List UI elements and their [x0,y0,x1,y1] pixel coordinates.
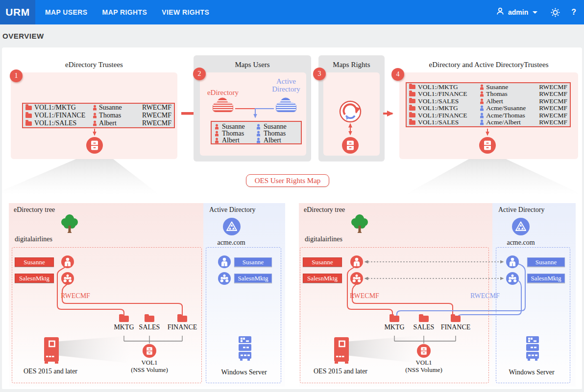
edir-tree-label: eDirectory tree [14,206,55,214]
volume-label: VOL1 (NSS Volume) [120,359,179,373]
edir-user-icon [61,255,74,268]
user-icon [480,119,484,125]
folder-icon [409,120,415,125]
rights-cell: RWECMF [539,118,567,126]
tree-icon [59,213,80,235]
main-nav: MAP USERS MAP RIGHTS VIEW RIGHTS [45,0,209,24]
ad-user-tag: Susanne [527,257,565,267]
windows-server-icon [237,336,253,362]
folder-icon [409,85,415,89]
user-icon [480,84,484,90]
edirectory-cloud-label: eDirectory [201,89,245,96]
rights-cell: RWECMF [539,83,567,91]
step2-title: Maps Users [194,61,311,69]
ad-rights-label: RWECMF [470,292,500,300]
oes-server-icon [333,337,350,365]
nav-map-rights[interactable]: MAP RIGHTS [102,8,147,16]
ad-label-line2: Directory [264,85,308,93]
path-cell: VOL1:/MKTG [418,104,458,112]
volume-type: (NSS Volume) [120,366,179,373]
ad-user-icon [218,255,231,268]
user-icon [256,124,261,130]
volume-type: (NSS Volume) [394,366,453,373]
user-cell: Albert [264,137,281,144]
nav-map-users[interactable]: MAP USERS [45,8,88,16]
table-row: VOL1:/SALES Albert RWECMF [409,97,567,105]
edir-tree-name: digitalairlines [305,235,342,243]
edir-trustees-table: VOL1:/MKTG Susanne RWECMF VOL1:/FINANCE … [22,103,175,128]
nss-volume-icon [143,344,156,358]
nav-view-rights[interactable]: VIEW RIGHTS [162,8,209,16]
nss-volume-icon [417,344,431,358]
rights-cell: RWECMF [539,112,567,119]
step1-badge: 1 [10,69,23,82]
edir-user-tag: Susanne [15,257,54,267]
oes-server-label: OES 2015 and later [304,368,377,375]
edir-group-icon [350,272,363,285]
chevron-down-icon [533,11,537,14]
tree-icon [349,213,370,235]
volume-name: VOL1 [394,359,453,366]
ad-label: Active Directory [209,206,255,214]
trustee-cell: Susanne [99,104,122,112]
edir-tree-label: eDirectory tree [304,206,345,214]
edir-tree-name: digitalairlines [15,235,52,243]
overview-diagram: eDirectory Trustees Maps Users Maps Righ… [2,47,582,389]
path-cell: VOL1:/FINANCE [418,112,467,119]
oes-user-rights-map-button[interactable]: OES User Rights Map [246,174,329,187]
user-icon [480,113,484,118]
edir-group-tag: SalesnMktg [303,274,342,283]
folder-icon [25,121,32,126]
folder-icon [25,106,32,110]
ad-group-icon [218,272,231,285]
user-icon [480,98,484,104]
combined-trustees-table: VOL1:/MKTG Susanne RWECMF VOL1:/FINANCE … [406,82,571,127]
nss-storage-icon [342,137,359,154]
ad-group-tag: SalesnMktg [234,274,272,283]
folder-icon [145,316,154,322]
windows-server-label: Windows Server [495,369,568,376]
ad-group-tag: SalesnMktg [527,274,565,283]
app-logo[interactable]: URM [0,0,35,24]
active-directory-icon [512,218,530,235]
folder-finance: FINANCE [160,316,204,331]
folder-icon [177,316,187,322]
ad-user-tag: Susanne [234,257,272,267]
edir-user-tag: Susanne [303,257,342,267]
edirectory-cloud-icon [210,97,236,114]
trustee-cell: Acme/Susanne [486,104,526,112]
help-button[interactable]: ? [571,8,576,17]
edir-group-icon [61,272,74,285]
trustee-cell: Albert [486,97,503,105]
folder-icon [409,106,415,111]
edir-rights-label: RWECMF [350,292,379,300]
volume-name: VOL1 [120,359,179,366]
folder-icon [451,316,461,322]
rights-cell: RWECMF [142,112,171,119]
app-header: URM MAP USERS MAP RIGHTS VIEW RIGHTS adm… [0,0,584,24]
trustee-cell: Thomas [99,112,121,119]
trustee-cell: Albert [99,119,117,127]
rights-cell: RWECMF [539,104,567,112]
settings-gear-icon[interactable] [551,8,560,17]
table-row: VOL1:/SALES Acme/Albert RWECMF [409,119,567,126]
table-row: VOL1:/MKTG Susanne RWECMF [25,104,171,112]
ad-label-line1: Active [264,77,308,85]
path-cell: VOL1:/FINANCE [34,112,85,119]
step4-title: eDirectory and Active DirectoryTrustees [399,61,578,69]
folder-label: FINANCE [434,323,478,331]
user-icon [496,7,505,18]
path-cell: VOL1:/FINANCE [418,90,467,98]
edir-user-icon [350,255,363,268]
path-cell: VOL1:/SALES [418,97,459,105]
oes-server-icon [43,337,60,365]
table-row: VOL1:/MKTG Acme/Susanne RWECMF [409,105,567,112]
trustee-cell: Susanne [486,83,508,91]
user-cell: Albert [222,137,240,144]
ad-cloud-icon [273,97,299,114]
user-icon [215,124,219,130]
step1-title: eDirectory Trustees [11,61,177,69]
edir-rights-label: RWECMF [61,292,90,300]
user-menu[interactable]: admin [496,7,537,18]
ad-user-icon [506,255,519,268]
